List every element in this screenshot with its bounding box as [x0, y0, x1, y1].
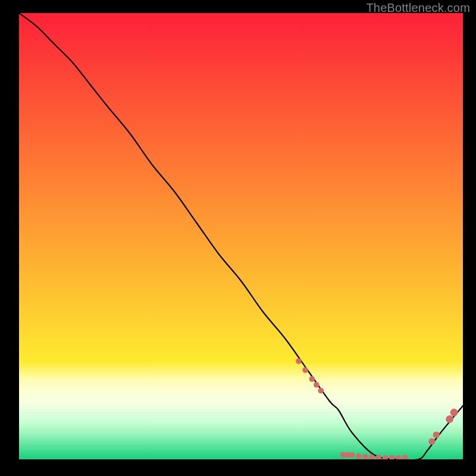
svg-rect-1 — [19, 361, 463, 380]
svg-rect-9 — [19, 452, 463, 460]
svg-rect-5 — [19, 412, 463, 423]
svg-rect-8 — [19, 443, 463, 452]
svg-rect-4 — [19, 402, 463, 413]
svg-rect-3 — [19, 390, 463, 402]
svg-rect-7 — [19, 433, 463, 443]
chart-frame: TheBottleneck.com — [0, 0, 476, 476]
svg-rect-6 — [19, 423, 463, 433]
gradient-plot — [19, 13, 463, 459]
svg-rect-2 — [19, 379, 463, 390]
svg-rect-0 — [19, 13, 463, 362]
watermark-label: TheBottleneck.com — [366, 1, 470, 15]
